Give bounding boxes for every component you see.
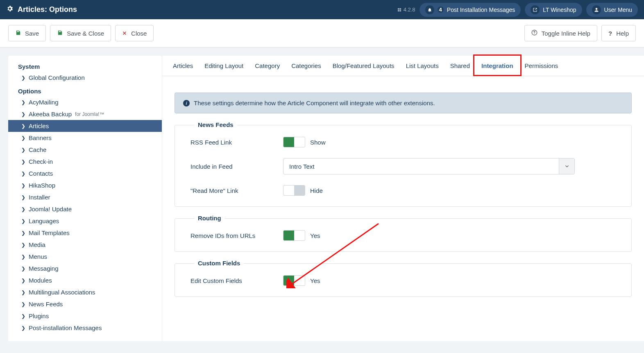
legend-custom-fields: Custom Fields — [195, 260, 243, 267]
sidebar-heading-options: Options — [8, 88, 162, 96]
chevron-down-icon — [559, 158, 574, 174]
site-pill[interactable]: LT Wineshop — [525, 3, 582, 17]
save-icon — [15, 30, 21, 37]
sidebar-item-label: Modules — [29, 277, 52, 284]
close-button[interactable]: Close — [115, 25, 154, 41]
chevron-right-icon: ❯ — [21, 111, 25, 117]
sidebar-item-languages[interactable]: ❯Languages — [8, 215, 162, 227]
label-read-more: "Read More" Link — [190, 187, 283, 194]
sidebar-item-label: Akeeba Backup — [29, 111, 72, 118]
sidebar-item-label: Check-in — [29, 158, 53, 165]
external-icon — [531, 5, 540, 14]
sidebar-item-label: Contacts — [29, 170, 53, 177]
legend-routing: Routing — [195, 215, 224, 222]
sidebar-item-acymailing[interactable]: ❯AcyMailing — [8, 96, 162, 108]
sidebar-item-installer[interactable]: ❯Installer — [8, 191, 162, 203]
sidebar-item-suffix: for Joomla!™ — [75, 111, 104, 117]
sidebar-item-modules[interactable]: ❯Modules — [8, 274, 162, 286]
page-title-text: Articles: Options — [18, 5, 77, 14]
sidebar-item-plugins[interactable]: ❯Plugins — [8, 310, 162, 322]
tab-category[interactable]: Category — [249, 56, 286, 76]
save-button[interactable]: Save — [8, 25, 46, 41]
save-close-button[interactable]: Save & Close — [50, 25, 111, 41]
sidebar-item-menus[interactable]: ❯Menus — [8, 251, 162, 262]
sidebar-item-label: Joomla! Update — [29, 206, 72, 213]
sidebar-item-mail-templates[interactable]: ❯Mail Templates — [8, 227, 162, 239]
chevron-right-icon: ❯ — [21, 242, 25, 248]
tab-shared[interactable]: Shared — [444, 56, 476, 76]
chevron-right-icon: ❯ — [21, 195, 25, 200]
label-include-feed: Include in Feed — [190, 163, 283, 170]
chevron-right-icon: ❯ — [21, 266, 25, 272]
tab-blog-featured-layouts[interactable]: Blog/Featured Layouts — [327, 56, 400, 76]
sidebar-item-banners[interactable]: ❯Banners — [8, 132, 162, 144]
label-edit-custom: Edit Custom Fields — [190, 277, 283, 284]
chevron-right-icon: ❯ — [21, 171, 25, 176]
sidebar-item-label: Cache — [29, 146, 46, 153]
chevron-right-icon: ❯ — [21, 301, 25, 307]
chevron-right-icon: ❯ — [21, 183, 25, 188]
tab-permissions[interactable]: Permissions — [519, 56, 564, 76]
sidebar-item-label: Plugins — [29, 312, 49, 319]
save-icon — [57, 30, 63, 37]
sidebar-item-label: Installer — [29, 194, 50, 201]
fieldset-newsfeeds: News Feeds RSS Feed Link Show Include in… — [175, 125, 632, 207]
sidebar-item-multilingual-associations[interactable]: ❯Multilingual Associations — [8, 286, 162, 298]
sidebar-item-global-config[interactable]: ❯ Global Configuration — [8, 72, 162, 84]
info-alert: i These settings determine how the Artic… — [175, 93, 632, 113]
toggle-edit-custom[interactable] — [283, 275, 305, 286]
sidebar-item-joomla-update[interactable]: ❯Joomla! Update — [8, 203, 162, 215]
chevron-right-icon: ❯ — [21, 218, 25, 224]
sidebar-item-hikashop[interactable]: ❯HikaShop — [8, 179, 162, 191]
toggle-help-button[interactable]: Toggle Inline Help — [524, 25, 597, 41]
tab-articles[interactable]: Articles — [167, 56, 199, 76]
chevron-right-icon: ❯ — [21, 159, 25, 165]
chevron-right-icon: ❯ — [21, 147, 25, 153]
toolbar: Save Save & Close Close Toggle Inline He… — [0, 19, 644, 48]
notifications-count: 4 — [438, 7, 444, 13]
value-edit-custom: Yes — [310, 277, 320, 284]
chevron-right-icon: ❯ — [21, 290, 25, 295]
joomla-version: 4.2.8 — [397, 7, 415, 13]
tab-categories[interactable]: Categories — [286, 56, 327, 76]
bell-icon — [425, 5, 434, 14]
site-name: LT Wineshop — [543, 7, 576, 13]
sidebar-item-post-installation-messages[interactable]: ❯Post-installation Messages — [8, 322, 162, 334]
sidebar-item-articles[interactable]: ❯Articles — [8, 120, 162, 132]
sidebar-item-check-in[interactable]: ❯Check-in — [8, 156, 162, 167]
chevron-right-icon: ❯ — [21, 123, 25, 129]
sidebar-item-news-feeds[interactable]: ❯News Feeds — [8, 298, 162, 310]
tab-integration[interactable]: Integration — [476, 56, 519, 76]
close-icon — [122, 30, 127, 37]
user-menu-pill[interactable]: User Menu — [586, 3, 638, 17]
tab-editing-layout[interactable]: Editing Layout — [199, 56, 249, 76]
sidebar-item-messaging[interactable]: ❯Messaging — [8, 262, 162, 274]
toggle-read-more[interactable] — [283, 185, 305, 196]
sidebar-item-media[interactable]: ❯Media — [8, 239, 162, 251]
sidebar-item-contacts[interactable]: ❯Contacts — [8, 167, 162, 179]
help-button[interactable]: ? Help — [601, 25, 636, 41]
select-include-feed[interactable]: Intro Text — [283, 158, 575, 174]
toggle-rss-feed[interactable] — [283, 137, 305, 147]
sidebar-item-label: Languages — [29, 217, 59, 224]
notifications-pill[interactable]: 4 Post Installation Messages — [420, 3, 521, 17]
value-rss-feed: Show — [310, 139, 326, 146]
page-title: Articles: Options — [6, 5, 77, 14]
sidebar-heading-system: System — [8, 63, 162, 72]
label-remove-ids: Remove IDs from URLs — [190, 232, 283, 239]
toggle-remove-ids[interactable] — [283, 230, 305, 241]
label-rss-feed: RSS Feed Link — [190, 139, 283, 146]
top-bar: Articles: Options 4.2.8 4 Post Installat… — [0, 0, 644, 19]
tab-list-layouts[interactable]: List Layouts — [400, 56, 444, 76]
sidebar-item-label: Mail Templates — [29, 229, 70, 236]
sidebar-item-akeeba-backup[interactable]: ❯Akeeba Backup for Joomla!™ — [8, 108, 162, 120]
chevron-right-icon: ❯ — [21, 278, 25, 283]
value-remove-ids: Yes — [310, 232, 320, 239]
main: ArticlesEditing LayoutCategoryCategories… — [162, 56, 644, 341]
gear-icon — [6, 5, 14, 14]
sidebar-item-cache[interactable]: ❯Cache — [8, 144, 162, 156]
chevron-right-icon: ❯ — [21, 230, 25, 236]
sidebar-item-label: HikaShop — [29, 182, 55, 189]
fieldset-custom-fields: Custom Fields Edit Custom Fields Yes — [175, 263, 632, 297]
notifications-label: Post Installation Messages — [447, 7, 515, 13]
